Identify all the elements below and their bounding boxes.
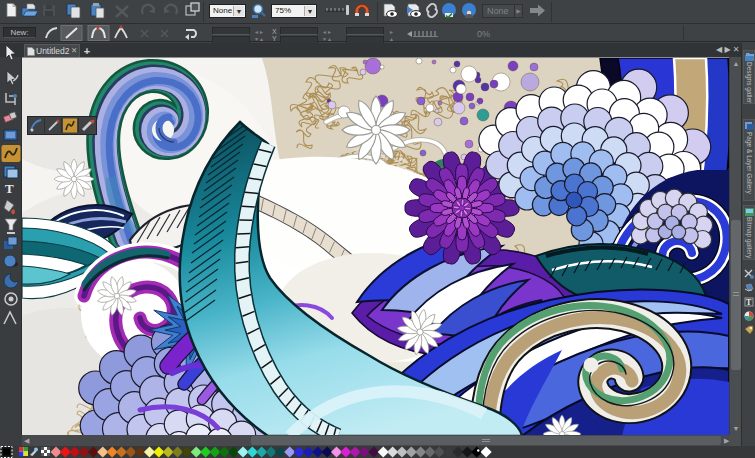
- svg-text:0%: 0%: [477, 29, 490, 39]
- svg-text:T: T: [746, 298, 752, 307]
- svg-text:T: T: [5, 181, 14, 196]
